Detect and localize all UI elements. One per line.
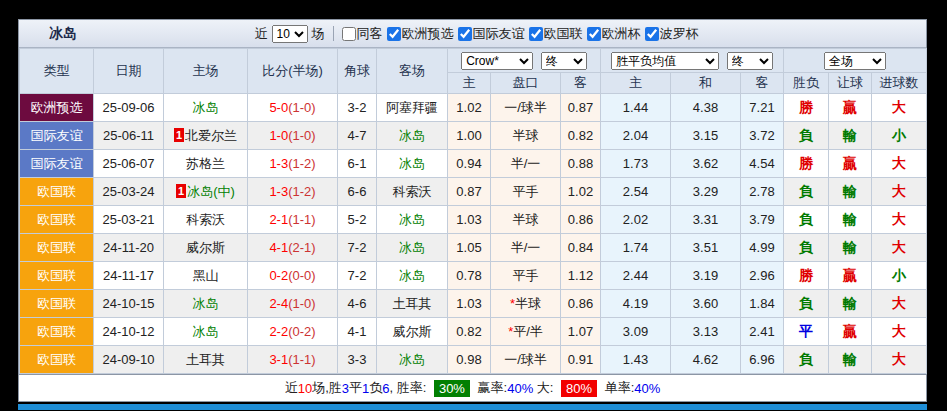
filter-checkbox[interactable] bbox=[645, 27, 659, 41]
euro-draw-odds-cell: 3.51 bbox=[671, 234, 741, 262]
filter-checkbox[interactable] bbox=[342, 27, 356, 41]
result-goals: 大 bbox=[892, 295, 906, 311]
result-handicap-cell: 輸 bbox=[829, 122, 872, 150]
home-team-name: 冰岛(中) bbox=[187, 184, 235, 199]
score-cell: 1-3(1-2) bbox=[248, 150, 338, 178]
result-handicap: 輸 bbox=[843, 127, 857, 143]
table-row: 欧国联 24-11-20 威尔斯 4-1(2-1) 7-2 冰岛 1.05 半/… bbox=[20, 234, 927, 262]
fulltime-score: 4-1 bbox=[269, 240, 288, 255]
filter-欧洲预选[interactable]: 欧洲预选 bbox=[387, 25, 454, 43]
filter-checkbox[interactable] bbox=[458, 27, 472, 41]
euro-away-odds-cell: 3.72 bbox=[741, 122, 784, 150]
filter-同客[interactable]: 同客 bbox=[342, 25, 383, 43]
halftime-score: (0-2) bbox=[288, 324, 315, 339]
euro-home-odds-cell: 1.73 bbox=[601, 150, 671, 178]
result-goals: 大 bbox=[892, 155, 906, 171]
matches-table: 类型 日期 主场 比分(半场) 角球 客场 Crow* 终 bbox=[19, 48, 927, 374]
result-wdl-cell: 負 bbox=[784, 234, 829, 262]
result-group-header: 全场 bbox=[784, 49, 927, 73]
date-cell: 25-03-21 bbox=[94, 206, 164, 234]
table-row: 欧国联 24-10-12 冰岛 2-2(0-2) 4-1 威尔斯 0.82 *平… bbox=[20, 318, 927, 346]
summary-segment: 40% bbox=[507, 381, 533, 396]
league-type-cell: 国际友谊 bbox=[20, 122, 94, 150]
result-goals-cell: 大 bbox=[872, 290, 927, 318]
summary-segment: 赢率: bbox=[474, 379, 507, 397]
corners-cell: 7-2 bbox=[338, 262, 377, 290]
date-cell: 24-10-15 bbox=[94, 290, 164, 318]
corners-cell: 3-2 bbox=[338, 94, 377, 122]
asia-odds-source-select[interactable]: Crow* bbox=[461, 52, 533, 70]
table-row: 欧洲预选 25-09-06 冰岛 5-0(1-0) 3-2 阿塞拜疆 1.02 … bbox=[20, 94, 927, 122]
result-wdl-cell: 負 bbox=[784, 206, 829, 234]
away-team-cell: 科索沃 bbox=[377, 178, 448, 206]
halftime-score: (0-0) bbox=[288, 268, 315, 283]
handicap-text: 平/半 bbox=[513, 324, 543, 339]
home-team-name: 科索沃 bbox=[186, 212, 225, 227]
summary-bar: 近10场,胜3平1负6, 胜率: 30% 赢率:40% 大: 80% 单率:40… bbox=[19, 374, 926, 401]
away-team-cell: 冰岛 bbox=[377, 206, 448, 234]
fulltime-score: 2-2 bbox=[269, 324, 288, 339]
subheader-let: 让球 bbox=[829, 73, 872, 94]
filter-波罗杯[interactable]: 波罗杯 bbox=[645, 25, 699, 43]
scope-select[interactable]: 全场 bbox=[824, 52, 886, 70]
filter-国际友谊[interactable]: 国际友谊 bbox=[458, 25, 525, 43]
filter-checkbox[interactable] bbox=[587, 27, 601, 41]
match-count-select[interactable]: 10 bbox=[272, 25, 308, 43]
euro-draw-odds-cell: 4.62 bbox=[671, 346, 741, 374]
result-wdl: 負 bbox=[799, 211, 813, 227]
corners-cell: 6-6 bbox=[338, 178, 377, 206]
result-goals: 大 bbox=[892, 183, 906, 199]
summary-segment: 40% bbox=[634, 381, 660, 396]
handicap-text: 半球 bbox=[513, 128, 539, 143]
result-goals-cell: 大 bbox=[872, 150, 927, 178]
asia-odds-time-select[interactable]: 终 bbox=[541, 52, 587, 70]
home-team-cell: 冰岛 bbox=[164, 318, 248, 346]
euro-draw-odds-cell: 3.62 bbox=[671, 150, 741, 178]
asia-away-odds-cell: 1.02 bbox=[561, 178, 601, 206]
filter-label: 欧洲预选 bbox=[402, 25, 454, 43]
subheader-handicap: 盘口 bbox=[491, 73, 561, 94]
result-wdl-cell: 勝 bbox=[784, 94, 829, 122]
euro-away-odds-cell: 2.78 bbox=[741, 178, 784, 206]
result-handicap: 贏 bbox=[843, 323, 857, 339]
away-team-cell: 阿塞拜疆 bbox=[377, 94, 448, 122]
league-type-cell: 欧国联 bbox=[20, 262, 94, 290]
result-wdl-cell: 負 bbox=[784, 346, 829, 374]
result-goals-cell: 大 bbox=[872, 346, 927, 374]
europe-odds-source-select[interactable]: 胜平负均值 bbox=[611, 52, 719, 70]
asia-away-odds-cell: 1.07 bbox=[561, 318, 601, 346]
corners-cell: 5-2 bbox=[338, 206, 377, 234]
filter-group: 同客欧洲预选国际友谊欧国联欧洲杯波罗杯 bbox=[342, 25, 699, 43]
home-team-cell: 苏格兰 bbox=[164, 150, 248, 178]
result-goals-cell: 大 bbox=[872, 234, 927, 262]
score-cell: 4-1(2-1) bbox=[248, 234, 338, 262]
table-row: 欧国联 25-03-21 科索沃 2-1(1-1) 5-2 冰岛 1.03 半球… bbox=[20, 206, 927, 234]
score-cell: 1-3(1-2) bbox=[248, 178, 338, 206]
subheader-wdl: 胜负 bbox=[784, 73, 829, 94]
away-team-cell: 威尔斯 bbox=[377, 318, 448, 346]
filter-label: 欧洲杯 bbox=[602, 25, 641, 43]
europe-odds-time-select[interactable]: 终 bbox=[727, 52, 773, 70]
home-team-cell: 土耳其 bbox=[164, 346, 248, 374]
fulltime-score: 1-3 bbox=[269, 156, 288, 171]
asia-home-odds-cell: 1.02 bbox=[448, 94, 491, 122]
filter-checkbox[interactable] bbox=[387, 27, 401, 41]
euro-home-odds-cell: 3.09 bbox=[601, 318, 671, 346]
home-team-cell: 冰岛 bbox=[164, 290, 248, 318]
asia-away-odds-cell: 0.86 bbox=[561, 206, 601, 234]
summary-segment: 30% bbox=[434, 380, 470, 397]
filter-欧洲杯[interactable]: 欧洲杯 bbox=[587, 25, 641, 43]
corners-cell: 4-1 bbox=[338, 318, 377, 346]
halftime-score: (1-2) bbox=[288, 156, 315, 171]
euro-away-odds-cell: 7.21 bbox=[741, 94, 784, 122]
away-team-name: 土耳其 bbox=[393, 296, 432, 311]
summary-segment: 80% bbox=[561, 380, 597, 397]
euro-home-odds-cell: 2.04 bbox=[601, 122, 671, 150]
handicap-cell: 一/球半 bbox=[491, 346, 561, 374]
page-title: 冰岛 bbox=[49, 25, 77, 43]
filter-欧国联[interactable]: 欧国联 bbox=[529, 25, 583, 43]
result-handicap-cell: 贏 bbox=[829, 262, 872, 290]
result-wdl: 勝 bbox=[799, 99, 813, 115]
euro-home-odds-cell: 2.44 bbox=[601, 262, 671, 290]
filter-checkbox[interactable] bbox=[529, 27, 543, 41]
